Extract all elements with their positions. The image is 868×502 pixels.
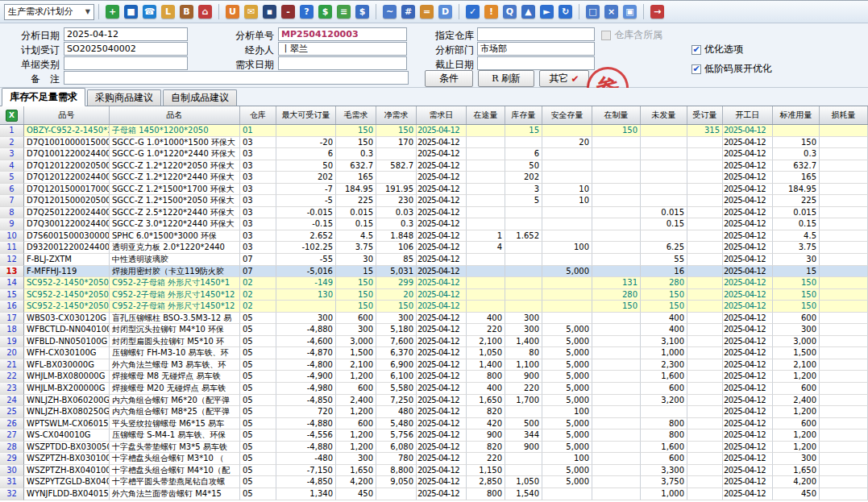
col-header-max_acceptable[interactable]: 最大可受订量 [276,106,336,124]
col-header-item_no[interactable]: 品号 [24,106,110,124]
table-row[interactable]: 11D932001220024400G透明亚克力板 2.0*1220*24400… [0,242,868,254]
card-icon[interactable]: ▪ [263,5,276,19]
table-row[interactable]: 6D7Q1201500017000GSGCC-Z 1.2*1500*1700 环… [0,184,868,196]
table-row[interactable]: 3D7Q1001220024400GSGCC-G 1.0*1220*2440 环… [0,148,868,160]
org-add-icon[interactable]: + [106,5,119,19]
other-button[interactable]: 其它 ✔ [539,70,589,87]
col-header-in_process[interactable]: 在制量 [592,106,641,124]
table-row[interactable]: 13F-MFFHJ-119焊接用密封胶（卡立119防火胶07-5,016155,… [0,266,868,278]
col-header-demand_date[interactable]: 需求日 [417,106,467,124]
max_acceptable-cell: -20 [276,137,336,149]
loss-cell [820,277,868,289]
window-icon[interactable]: □ [586,5,600,19]
refresh-icon[interactable]: ↻ [559,5,572,19]
tab-self-made-suggestion[interactable]: 自制成品建议 [163,89,237,106]
table-row[interactable]: 1OBZY-C952-2-1450*20子母箱 1450*1200*205001… [0,125,868,137]
col-header-unshipped[interactable]: 未发量 [641,106,687,124]
table-row[interactable]: 17WBS03-CX030120G盲孔压铆螺柱 BSO-3.5M3-12 易05… [0,313,868,325]
table-row[interactable]: 14SC952-2-1450*2050-1C952-2子母箱 外形尺寸1450*… [0,277,868,289]
optimize-checkbox[interactable]: ✔ 优化选项 [691,43,743,56]
table-row[interactable]: 20WFH-CX030100G压铆螺钉 FH-M3-10 易车铁、环05-4,8… [0,347,868,359]
remark-field[interactable] [64,71,409,85]
dollar-icon[interactable]: $ [318,5,332,19]
table-row[interactable]: 22WHJLM-BX080000G焊接螺母 M8 无碰焊点 易车铁05-4,90… [0,371,868,383]
table-row[interactable]: 4D7Q1201220020500GSGCC-Z 1.2*1220*2050 环… [0,160,868,172]
col-header-in_transit[interactable]: 在途量 [467,106,505,124]
warehouse-field[interactable] [477,27,595,41]
table-row[interactable]: 5D7Q1201220024400GSGCC-Z 1.2*1220*2440 环… [0,172,868,184]
col-header-standard_usage[interactable]: 标准用量 [773,106,820,124]
table-row[interactable]: 24WNLJZH-BX060200G内六角组合螺钉 M6*20（配平弹05-4,… [0,395,868,407]
condition-button[interactable]: 条件 [425,70,473,87]
user-dollar-icon[interactable]: $ [355,5,369,19]
exit-icon[interactable]: → [650,5,664,19]
network-icon[interactable]: ▲ [521,5,535,19]
end-date-field[interactable] [477,56,595,70]
table-row[interactable]: 30WSZPTZH-BX040100G十字槽盘头组合螺钉 M4*10（配05-7… [0,465,868,477]
table-row[interactable]: 31WSZPYTZGLD-BX040150十字槽平圆头带垫燕尾钻自攻螺05-4,… [0,476,868,488]
tab-stock-shortage[interactable]: 库存不足量需求 [2,88,85,106]
col-header-gross_demand[interactable]: 毛需求 [336,106,376,124]
table-row[interactable]: 25WNLJZH-BX080250G内六角组合螺钉 M8*25（配平弹05720… [0,406,868,418]
mail-icon[interactable]: ✉ [244,5,258,19]
table-row[interactable]: 27WS-CX040010G压铆螺母 S-M4-1 易车铁、环保05-4,556… [0,429,868,442]
table-row[interactable]: 32WYNJFLDD-BX040150G外六角法兰面带齿螺钉 M4*15051,… [0,488,868,500]
table-row[interactable]: 7D7Q1201500020500GSGCC-Z 1.2*1500*2050 环… [0,195,868,207]
check-icon[interactable]: ✓ [466,5,480,19]
warehouse-incl-checkbox[interactable]: 仓库含所属 [601,28,662,42]
col-header-loss[interactable]: 损耗量 [820,106,868,124]
col-header-safety_stock[interactable]: 安全存量 [542,106,592,124]
excel-export-icon[interactable]: X [6,110,18,122]
monitor-pointer-icon[interactable]: ► [540,5,554,19]
lock-icon[interactable]: L [161,5,175,19]
doc-search-icon[interactable]: Q [503,5,517,19]
drawer-icon[interactable]: = [420,5,434,19]
plan-order-field[interactable]: SO2025040002 [64,42,188,56]
home-icon[interactable]: ⌂ [198,5,212,19]
cascade-icon[interactable]: ▣ [623,5,637,19]
cart-icon[interactable]: ≡ [337,5,351,19]
table-row[interactable]: 23WHJLM-BX200000G焊接螺母 M20 无碰焊点 易车铁05-4,9… [0,383,868,395]
demand-date-field[interactable] [278,56,407,70]
table-row[interactable]: 19WFBLD-NN050100G封闭型扁圆头拉铆钉 M5*10 环05-4,6… [0,336,868,348]
operator-field[interactable]: 丨翠兰 [278,42,407,56]
col-header-rownum[interactable]: X [0,106,24,124]
analysis-date-field[interactable]: 2025-04-12 [64,27,188,41]
doc-type-field[interactable] [64,56,188,70]
col-header-stock[interactable]: 库存量 [505,106,542,124]
table-row[interactable]: 18WFBCTLD-NN040100G封闭型沉头拉铆钉 M4*10 环保05-4… [0,324,868,336]
table-row[interactable]: 12F-BLJ-ZXTM中性透明玻璃胶07-5530852025-04-1255… [0,254,868,266]
tab-purchase-suggestion[interactable]: 采购商品建议 [87,89,161,106]
phone-icon[interactable]: ☎ [143,5,156,19]
key-icon[interactable]: - [281,5,295,19]
col-header-ordered[interactable]: 受订量 [687,106,723,124]
table-row[interactable]: 21WFL-BX030000G外六角法兰螺母 M3 易车铁、环05-4,8002… [0,359,868,371]
close-icon[interactable]: × [604,5,618,19]
table-row[interactable]: 10D7S6001500030000GSPHC 6.0*1500*3000 环保… [0,230,868,243]
table-row[interactable]: 28WSZPTDD-BX030050G十字盘头带垫螺钉 M3*5 易车铁05-4… [0,442,868,454]
table-row[interactable]: 16SC952-2-1450*2050-1C952-2子母箱 外形尺寸1450*… [0,301,868,313]
low-level-code-checkbox[interactable]: ✔ 低阶码展开优化 [691,62,772,76]
table-row[interactable]: 9D7Q3001220024400GSGCC-Z 3.0*1220*2440 环… [0,218,868,230]
briefcase-icon[interactable]: B [180,5,193,19]
col-header-start_date[interactable]: 开工日 [723,106,773,124]
bell-icon[interactable]: ! [484,5,498,19]
col-header-net_demand[interactable]: 净需求 [376,106,417,124]
table-row[interactable]: 15SC952-2-1450*2050-1C952-2子母箱 外形尺寸1450*… [0,289,868,301]
col-header-item_name[interactable]: 品名 [110,106,240,124]
analysis-dept-field[interactable]: 市场部 [477,42,595,56]
copy-icon[interactable]: D [438,5,452,19]
help-icon[interactable]: ? [300,5,314,19]
module-selector-dropdown[interactable]: 生产需求/计划分 ▼ [4,4,94,20]
report-icon[interactable]: ~ [383,5,397,19]
col-header-warehouse[interactable]: 仓库 [240,106,276,124]
users-icon[interactable]: U [226,5,239,19]
table-row[interactable]: 8D7Q2501220024400GSGCC-Z 2.5*1220*2440 环… [0,207,868,219]
analysis-no-field[interactable]: MP2504120003 [278,27,407,41]
table-row[interactable]: 2D7Q1001000015000GSGCC-G 1.0*1000*1500 环… [0,137,868,149]
table-row[interactable]: 26WPTSWLM-CX060150G平头竖纹拉铆螺母 M6*15 易车05-4… [0,418,868,430]
calculator-icon[interactable]: # [401,5,415,19]
table-row[interactable]: 29WSZPTZH-BX030100G十字槽盘头组合螺钉 M3*10 （05-4… [0,453,868,465]
computer-icon[interactable]: ■ [124,5,138,19]
refresh-button[interactable]: R 刷新 [478,70,534,87]
